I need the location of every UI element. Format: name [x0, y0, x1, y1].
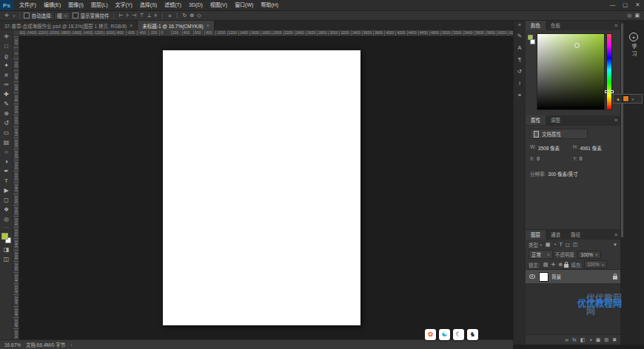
hue-slider-thumb[interactable] [605, 90, 614, 93]
menu-item[interactable]: 视图(V) [207, 0, 231, 10]
layer-row[interactable]: 背景 [526, 270, 620, 283]
horizontal-ruler[interactable]: -2600-2400-2200-2000-1800-1600-1400-1200… [13, 30, 513, 36]
brush-settings-panel-icon[interactable]: ✎ [515, 31, 525, 40]
document-canvas[interactable] [163, 50, 360, 325]
crop-tool[interactable]: # [1, 70, 12, 80]
align-top-icon[interactable]: ⊤ [138, 13, 145, 18]
panel-scrollbar[interactable] [621, 23, 623, 237]
canvas-area[interactable] [19, 36, 513, 339]
x-value[interactable]: 0 [537, 156, 540, 161]
edit-toolbar-icon[interactable]: ⋯ [4, 225, 9, 231]
share-button-3[interactable]: ☾ [453, 329, 464, 340]
move-tool-icon[interactable]: ✛ [3, 13, 10, 18]
pixel-filter-icon[interactable]: ▦ [544, 242, 552, 248]
auto-select-checkbox[interactable] [24, 13, 30, 18]
layer-mask-icon[interactable]: ◧ [580, 337, 586, 343]
healing-brush-tool[interactable]: ✚ [1, 89, 12, 99]
distribute-h-icon[interactable]: ≡ [167, 13, 172, 18]
maximize-button[interactable]: ▢ [619, 0, 631, 10]
lock-transparency-icon[interactable]: ▨ [542, 262, 550, 268]
workspace-switcher-icon[interactable]: ▣ [633, 13, 641, 18]
adjustment-filter-icon[interactable]: ◔ [551, 242, 557, 247]
history-brush-tool[interactable]: ↺ [1, 118, 12, 128]
minimize-button[interactable]: — [606, 0, 619, 10]
share-button-2[interactable]: ☯ [439, 329, 450, 340]
gamut-warning-icon[interactable]: ▲ [616, 97, 620, 101]
info-panel-icon[interactable]: i [515, 78, 525, 87]
lasso-tool[interactable]: ϱ [1, 51, 12, 61]
properties-panel-tab[interactable]: 调整 [546, 115, 566, 125]
hand-tool[interactable]: ❖ [1, 205, 12, 214]
pan-3d-icon[interactable]: ⊕ [188, 13, 195, 18]
history-panel-icon[interactable]: ↺ [515, 67, 525, 75]
move-tool[interactable]: ✛ [1, 32, 12, 41]
color-panel-tab[interactable]: 颜色 [526, 21, 546, 30]
menu-item[interactable]: 编辑(E) [40, 0, 64, 10]
filter-toggle-icon[interactable]: ▼ [613, 243, 617, 247]
align-center-h-icon[interactable]: ⊦ [125, 13, 131, 18]
visibility-toggle[interactable] [529, 274, 536, 279]
panel-menu-icon[interactable]: ≡ [614, 118, 617, 123]
learn-panel-button[interactable]: ✦ 学习 [628, 33, 640, 58]
character-panel-icon[interactable]: A [515, 43, 525, 52]
zoom-tool[interactable]: ◎ [1, 214, 12, 224]
opacity-select[interactable]: 100% ∨ [577, 251, 600, 259]
auto-select-dropdown[interactable]: 组 ∨ [54, 12, 70, 20]
tool-preset-caret-icon[interactable]: ∨ [13, 13, 16, 18]
path-select-tool[interactable]: ▶ [1, 186, 12, 195]
lock-all-icon[interactable] [564, 264, 568, 268]
menu-item[interactable]: 文字(Y) [111, 0, 135, 10]
lock-position-icon[interactable]: ⊕ [557, 262, 564, 268]
panel-foreground-swatch[interactable] [528, 35, 533, 40]
align-bottom-icon[interactable]: ⊧ [153, 13, 159, 18]
document-properties-button[interactable]: 文档属性 [530, 129, 588, 139]
libraries-panel-icon[interactable]: ≡ [515, 90, 525, 99]
y-value[interactable]: 0 [580, 156, 583, 161]
lock-pixels-icon[interactable]: ✛ [549, 262, 557, 268]
layer-group-icon[interactable]: ▣ [596, 337, 601, 343]
adjustment-layer-icon[interactable]: ◑ [588, 337, 591, 342]
orbit-3d-icon[interactable]: ↻ [181, 13, 188, 18]
align-middle-icon[interactable]: ⊥ [146, 13, 153, 18]
fill-select[interactable]: 100% ∨ [584, 260, 607, 268]
gamut-swatch[interactable] [623, 95, 629, 102]
layer-style-icon[interactable]: fx [572, 337, 576, 342]
color-swatches[interactable] [1, 233, 11, 243]
type-filter-icon[interactable]: T [558, 242, 564, 247]
chevron-down-icon[interactable]: ∨ [540, 243, 543, 247]
ruler-origin[interactable] [13, 30, 19, 36]
status-caret-icon[interactable]: › [70, 342, 72, 347]
blend-mode-select[interactable]: 正常 ∨ [529, 250, 553, 259]
menu-item[interactable]: 选择(S) [136, 0, 161, 10]
menu-item[interactable]: 3D(D) [185, 0, 207, 10]
paragraph-panel-icon[interactable]: ¶ [515, 55, 525, 64]
align-left-icon[interactable]: ⊢ [118, 13, 125, 18]
document-tab[interactable]: 37-曾章-合成海报作业.psd @ 18.3%(图层 1 拷贝, RGB/8)… [0, 21, 138, 30]
gradient-tool[interactable]: ▤ [1, 138, 12, 147]
menu-item[interactable]: 帮助(H) [257, 0, 282, 10]
smart-filter-icon[interactable]: ◫ [571, 242, 580, 248]
menu-item[interactable]: 文件(F) [16, 0, 40, 10]
marquee-tool[interactable]: □ [1, 41, 12, 51]
tab-close-icon[interactable]: × [207, 23, 209, 28]
menu-item[interactable]: 窗口(W) [231, 0, 257, 10]
saturation-square[interactable] [537, 33, 605, 110]
new-layer-icon[interactable]: ⊞ [604, 337, 608, 343]
width-value[interactable]: 3508 像素 [538, 144, 560, 152]
pen-tool[interactable]: ✒ [1, 166, 12, 176]
layers-panel-tab[interactable]: 图层 [526, 230, 546, 240]
document-tab[interactable]: 未标题-1 @ 16.7%(CMYK/8)× [138, 21, 215, 30]
layers-panel-tab[interactable]: 路径 [566, 230, 586, 240]
share-button-1[interactable]: ✿ [425, 329, 436, 340]
link-layers-icon[interactable]: ∞ [565, 337, 568, 342]
hue-slider[interactable] [606, 33, 612, 110]
panel-menu-icon[interactable]: ≡ [614, 232, 617, 237]
layers-panel-tab[interactable]: 通道 [546, 230, 566, 240]
brush-tool[interactable]: ✎ [1, 99, 12, 109]
tab-close-icon[interactable]: × [130, 23, 133, 28]
menu-item[interactable]: 图像(I) [64, 0, 87, 10]
search-icon[interactable]: ◎ [625, 13, 633, 18]
color-panel-tab[interactable]: 色板 [546, 21, 566, 30]
shape-filter-icon[interactable]: ◻ [564, 242, 571, 248]
expand-panels-icon[interactable]: « [518, 22, 521, 27]
